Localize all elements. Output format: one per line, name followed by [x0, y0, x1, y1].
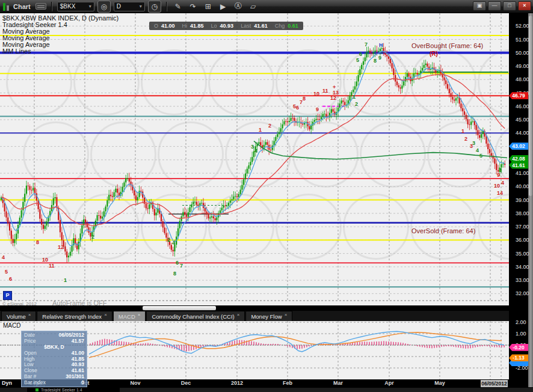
candle: [398, 85, 399, 88]
maximize-button[interactable]: □: [503, 1, 516, 11]
symbol-combo[interactable]: $BKX ▾: [57, 2, 94, 11]
candle: [31, 190, 32, 191]
candle: [117, 189, 118, 193]
month-label: Dec: [181, 380, 191, 386]
candle: [460, 103, 461, 108]
chevron-down-icon: ▾: [89, 4, 91, 9]
tab-relative-strength-index[interactable]: Relative Strength Index×: [37, 311, 112, 321]
redo-button[interactable]: ↷: [187, 1, 199, 12]
bottom-taskbar: Tradesight Seeker 1.4: [0, 388, 533, 392]
candle: [134, 191, 135, 195]
databox-row: Low40.93: [24, 362, 84, 367]
candle: [270, 150, 271, 150]
candle: [314, 120, 315, 122]
candle: [115, 189, 116, 192]
horizontal-scrollbar[interactable]: [0, 305, 509, 311]
axis-tick-label: 2.00: [516, 319, 526, 325]
tab-close-icon[interactable]: ×: [138, 312, 141, 317]
tab-commodity-channel-index-cci-[interactable]: Commodity Channel Index (CCI)×: [146, 311, 245, 321]
popout-button[interactable]: ▣: [473, 1, 486, 11]
replay-button[interactable]: ▶: [217, 1, 229, 12]
wave-count-annotation: 2: [268, 123, 271, 129]
candle: [235, 196, 236, 197]
databox-title: $BKX, D: [24, 345, 84, 350]
candle: [19, 218, 20, 225]
candle: [189, 207, 191, 212]
tab-close-icon[interactable]: ×: [237, 312, 240, 317]
candle: [401, 85, 402, 88]
wave-count-annotation: 1: [259, 127, 262, 133]
candle: [407, 73, 408, 77]
axis-tick-label: 33.00: [516, 277, 529, 283]
tab-money-flow[interactable]: Money Flow×: [245, 311, 292, 321]
copyright-label: © eSignal, 2012: [2, 301, 37, 305]
candle: [164, 227, 165, 233]
pencil-icon: ✎: [175, 2, 181, 11]
candle: [388, 57, 389, 59]
eraser-icon: ▱: [250, 2, 256, 11]
tab-volume[interactable]: Volume×: [1, 311, 36, 321]
taskbar-item-icon: [35, 388, 39, 391]
candle: [342, 100, 344, 102]
tab-close-icon[interactable]: ×: [285, 312, 288, 317]
wave-count-annotation: 11: [322, 88, 328, 94]
draw-tool-button[interactable]: ✎: [172, 1, 184, 12]
taskbar-item[interactable]: Tradesight Seeker 1.4: [27, 388, 120, 392]
candle: [75, 238, 76, 243]
candle: [285, 121, 286, 122]
time-template-button[interactable]: ◷: [148, 1, 161, 13]
candle: [223, 206, 224, 208]
candle: [321, 117, 322, 120]
minimize-button[interactable]: —: [488, 1, 501, 11]
tab-close-icon[interactable]: ×: [104, 312, 107, 317]
candle: [289, 121, 290, 122]
auto-trendline-button[interactable]: Ⓐ: [232, 1, 244, 12]
candle: [425, 64, 427, 65]
tab-close-icon[interactable]: ×: [28, 312, 31, 317]
ohlc-label: O: [154, 23, 158, 29]
price-badge: 46.79: [509, 92, 528, 99]
vertical-scrollbar-thumb[interactable]: [529, 16, 532, 196]
candle: [213, 216, 214, 218]
candle: [358, 75, 359, 82]
tab-label: MACD: [119, 313, 135, 320]
candle: [422, 68, 423, 71]
candle: [324, 114, 325, 114]
wave-count-annotation: 4: [476, 147, 479, 153]
candle: [106, 200, 108, 206]
indicator-tabs: Volume×Relative Strength Index×MACD×Comm…: [0, 311, 510, 321]
layout-badge-icon[interactable]: [35, 3, 46, 10]
symbol-lookup-button[interactable]: ◎: [97, 1, 111, 13]
wave-count-annotation: 12: [330, 95, 336, 101]
candle: [361, 65, 362, 69]
candle: [127, 178, 128, 179]
candle: [474, 121, 475, 124]
candle: [454, 100, 455, 101]
tab-macd[interactable]: MACD×: [113, 311, 146, 321]
horizontal-scrollbar-thumb[interactable]: [143, 306, 216, 310]
interval-combo[interactable]: D ▾: [114, 2, 145, 11]
wave-count-annotation: 5: [356, 57, 359, 63]
wave-count-annotation: 9: [316, 106, 319, 112]
candle: [356, 81, 357, 86]
candle: [233, 197, 234, 200]
close-button[interactable]: ×: [518, 1, 531, 11]
candle: [415, 73, 416, 73]
candle: [156, 213, 157, 216]
price-chart-area[interactable]: 4568101112122467812345678910111213+12567…: [0, 13, 509, 305]
axis-tick-label: 49.00: [516, 63, 529, 69]
candle: [245, 174, 246, 180]
price-badge: 43.02: [509, 142, 528, 150]
candle: [292, 118, 293, 118]
axis-tick-label: 34.00: [516, 264, 529, 270]
candle: [427, 64, 428, 67]
candle: [39, 209, 40, 219]
wave-count-annotation: 2: [91, 234, 94, 240]
eraser-button[interactable]: ▱: [247, 1, 259, 12]
quote-board-button[interactable]: ⊞: [202, 1, 214, 12]
candle: [5, 212, 7, 218]
candle: [291, 118, 292, 121]
month-label: Apr: [384, 380, 394, 386]
app-title: Chart: [13, 3, 31, 10]
wave-count-annotation: 4: [501, 180, 504, 186]
